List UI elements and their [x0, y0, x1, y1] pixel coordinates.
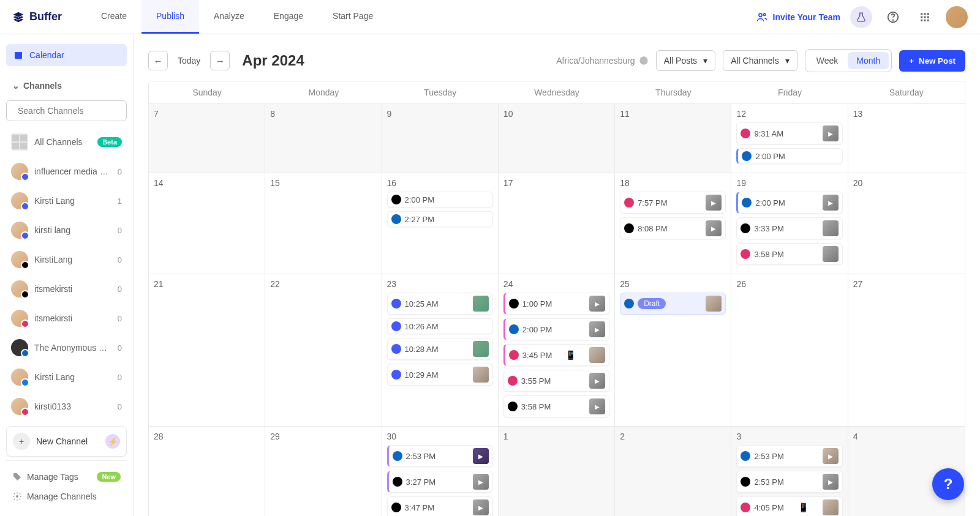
nav-engage[interactable]: Engage — [259, 0, 318, 34]
calendar-cell[interactable]: 129:31 AM2:00 PM — [731, 104, 848, 173]
channel-all[interactable]: All Channels Beta — [6, 127, 127, 157]
calendar-event[interactable]: 3:55 PM — [503, 370, 609, 392]
calendar-cell[interactable]: 9 — [382, 104, 499, 173]
calendar-cell[interactable]: 26 — [731, 274, 848, 427]
calendar-cell[interactable]: 13 — [848, 104, 965, 173]
calendar-cell[interactable]: 1 — [499, 427, 615, 516]
calendar-cell[interactable]: 162:00 PM2:27 PM — [382, 173, 499, 274]
calendar-cell[interactable]: 15 — [265, 173, 382, 274]
manage-tags-link[interactable]: Manage Tags New — [6, 467, 127, 487]
nav-start-page[interactable]: Start Page — [318, 0, 388, 34]
channel-item[interactable]: The Anonymous Marke...0 — [6, 333, 127, 362]
channels-toggle[interactable]: ⌄ Channels — [6, 77, 127, 94]
calendar-cell[interactable]: 29 — [265, 427, 382, 516]
nav-publish[interactable]: Publish — [141, 0, 199, 34]
calendar-body: 7891011129:31 AM2:00 PM131415162:00 PM2:… — [149, 104, 965, 516]
calendar-cell[interactable]: 22 — [265, 274, 382, 427]
channel-item[interactable]: Kirsti Lang1 — [6, 186, 127, 215]
calendar-cell[interactable]: 32:53 PM2:53 PM4:05 PM📱 — [731, 427, 848, 516]
event-thumbnail — [823, 125, 839, 141]
calendar-cell[interactable]: 14 — [149, 173, 265, 274]
calendar-event[interactable]: 2:53 PM — [387, 445, 493, 467]
help-button[interactable] — [882, 6, 904, 28]
calendar-event[interactable]: 1:00 PM — [503, 293, 609, 315]
calendar-event[interactable]: 2:00 PM — [387, 192, 493, 208]
sidebar-nav-calendar[interactable]: Calendar — [6, 44, 127, 66]
brand-logo[interactable]: Buffer — [12, 10, 62, 23]
main-area: Calendar ⌄ Channels All Channels Beta in… — [0, 34, 980, 516]
calendar-event[interactable]: 3:58 PM — [736, 243, 842, 265]
channel-item[interactable]: kirsti01330 — [6, 392, 127, 421]
network-icon — [741, 223, 750, 233]
event-time: 3:55 PM — [521, 376, 551, 386]
calendar-cell[interactable]: 2 — [615, 427, 731, 516]
help-icon — [886, 10, 900, 24]
next-button[interactable]: → — [210, 51, 230, 70]
calendar-event[interactable]: 2:27 PM — [387, 211, 493, 227]
calendar-event[interactable]: Draft — [620, 293, 726, 315]
calendar-event[interactable]: 3:47 PM — [387, 496, 493, 516]
calendar-cell[interactable]: 8 — [265, 104, 382, 173]
channel-item[interactable]: Kirsti Lang0 — [6, 362, 127, 392]
experiments-button[interactable] — [850, 6, 872, 28]
channel-item[interactable]: itsmekirsti0 — [6, 274, 127, 304]
calendar-cell[interactable]: 192:00 PM3:33 PM3:58 PM — [731, 173, 848, 274]
calendar-cell[interactable]: 17 — [499, 173, 615, 274]
view-segment: Week Month — [805, 49, 892, 72]
user-avatar[interactable] — [946, 6, 968, 28]
calendar-event[interactable]: 10:26 AM — [387, 318, 493, 334]
manage-channels-link[interactable]: Manage Channels — [6, 487, 127, 506]
calendar-event[interactable]: 7:57 PM — [620, 192, 726, 214]
calendar-cell[interactable]: 187:57 PM8:08 PM — [615, 173, 731, 274]
calendar-cell[interactable]: 27 — [848, 274, 965, 427]
channel-item[interactable]: kirsti lang0 — [6, 215, 127, 245]
calendar-event[interactable]: 4:05 PM📱 — [736, 496, 842, 516]
calendar-cell[interactable]: 25Draft — [615, 274, 731, 427]
channel-item[interactable]: itsmekirsti0 — [6, 304, 127, 333]
calendar-event[interactable]: 9:31 AM — [736, 122, 842, 144]
calendar-event[interactable]: 2:00 PM — [736, 192, 842, 214]
calendar-event[interactable]: 2:53 PM — [736, 445, 842, 467]
calendar-cell[interactable]: 21 — [149, 274, 265, 427]
filter-posts-dropdown[interactable]: All Posts ▾ — [656, 50, 715, 71]
calendar-cell[interactable]: 302:53 PM3:27 PM3:47 PM — [382, 427, 499, 516]
calendar-event[interactable]: 10:25 AM — [387, 293, 493, 315]
view-week[interactable]: Week — [808, 52, 847, 69]
network-icon — [741, 451, 750, 461]
network-icon — [741, 129, 750, 138]
info-icon[interactable] — [639, 56, 649, 65]
channel-item[interactable]: KirstiLang0 — [6, 245, 127, 274]
calendar-event[interactable]: 8:08 PM — [620, 217, 726, 239]
new-channel-button[interactable]: + New Channel ⚡ — [6, 426, 127, 457]
search-channels[interactable] — [6, 100, 127, 121]
calendar-event[interactable]: 3:58 PM — [503, 395, 609, 417]
channel-item[interactable]: influencer media kit te...0 — [6, 157, 127, 186]
calendar-event[interactable]: 2:00 PM — [503, 318, 609, 340]
today-button[interactable]: Today — [175, 56, 203, 65]
view-month[interactable]: Month — [848, 52, 889, 69]
calendar-event[interactable]: 10:28 AM — [387, 338, 493, 360]
prev-button[interactable]: ← — [148, 51, 168, 70]
calendar-event[interactable]: 3:27 PM — [387, 471, 493, 493]
calendar-event[interactable]: 10:29 AM — [387, 364, 493, 386]
calendar-cell[interactable]: 11 — [615, 104, 731, 173]
buffer-icon — [12, 11, 24, 23]
invite-team-link[interactable]: Invite Your Team — [756, 11, 840, 23]
calendar-cell[interactable]: 2310:25 AM10:26 AM10:28 AM10:29 AM — [382, 274, 499, 427]
nav-analyze[interactable]: Analyze — [199, 0, 259, 34]
filter-channels-dropdown[interactable]: All Channels ▾ — [723, 50, 797, 71]
new-post-button[interactable]: + New Post — [899, 50, 965, 72]
calendar-cell[interactable]: 7 — [149, 104, 265, 173]
calendar-event[interactable]: 2:00 PM — [736, 148, 842, 164]
apps-button[interactable] — [914, 6, 936, 28]
search-input[interactable] — [18, 106, 125, 116]
calendar-event[interactable]: 3:33 PM — [736, 217, 842, 239]
calendar-cell[interactable]: 28 — [149, 427, 265, 516]
calendar-event[interactable]: 3:45 PM📱 — [503, 344, 609, 366]
help-fab[interactable]: ? — [932, 468, 964, 500]
calendar-cell[interactable]: 241:00 PM2:00 PM3:45 PM📱3:55 PM3:58 PM — [499, 274, 615, 427]
calendar-event[interactable]: 2:53 PM — [736, 471, 842, 493]
calendar-cell[interactable]: 20 — [848, 173, 965, 274]
nav-create[interactable]: Create — [86, 0, 141, 34]
calendar-cell[interactable]: 10 — [499, 104, 615, 173]
